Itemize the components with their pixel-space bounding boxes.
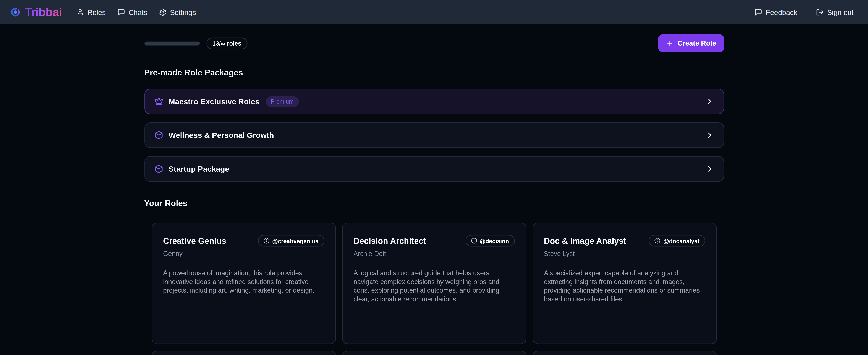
role-card-partial[interactable]	[342, 351, 526, 355]
roles-count-badge: 13/∞ roles	[206, 37, 247, 49]
role-card[interactable]: Doc & Image Analyst @docanalyst Steve Ly…	[532, 223, 717, 344]
logout-icon	[816, 8, 824, 16]
top-nav-right: Feedback Sign out	[755, 8, 854, 16]
nav-item-settings[interactable]: Settings	[159, 8, 196, 16]
role-title: Decision Architect	[353, 236, 426, 245]
top-nav-left: Tribbai Roles Chats Settings	[10, 6, 196, 19]
info-icon	[264, 238, 270, 244]
package-title: Wellness & Personal Growth	[168, 131, 274, 140]
tribbai-logo-icon	[10, 7, 21, 17]
package-title: Maestro Exclusive Roles	[168, 97, 259, 106]
role-card-partial[interactable]	[151, 351, 336, 355]
role-card[interactable]: Decision Architect @decision Archie Doit…	[342, 223, 526, 344]
role-card-header: Decision Architect @decision	[353, 235, 515, 247]
package-row[interactable]: Startup Package	[144, 156, 724, 182]
role-title: Doc & Image Analyst	[544, 236, 626, 245]
premium-badge: Premium	[266, 96, 299, 107]
feedback-button[interactable]: Feedback	[755, 8, 797, 16]
package-icon	[154, 165, 163, 173]
info-icon	[654, 238, 660, 244]
app: Tribbai Roles Chats Settings	[0, 0, 868, 355]
role-handle-badge[interactable]: @creativegenius	[258, 235, 324, 247]
role-description: A logical and structured guide that help…	[353, 269, 515, 304]
role-subtitle: Archie Doit	[353, 250, 515, 258]
role-cards-grid: Creative Genius @creativegenius Genny A …	[144, 223, 724, 344]
chat-bubble-icon	[117, 8, 125, 16]
gear-icon	[159, 8, 167, 16]
nav-item-label: Feedback	[766, 8, 797, 16]
role-subtitle: Steve Lyst	[544, 250, 705, 258]
roles-progress-bar	[144, 41, 200, 45]
role-subtitle: Genny	[163, 250, 324, 258]
role-handle: @creativegenius	[272, 237, 318, 244]
sign-out-button[interactable]: Sign out	[816, 8, 854, 16]
role-card-header: Creative Genius @creativegenius	[163, 235, 324, 247]
primary-nav: Roles Chats Settings	[76, 8, 196, 16]
premade-packages-heading: Pre-made Role Packages	[144, 68, 724, 78]
role-card-header: Doc & Image Analyst @docanalyst	[544, 235, 705, 247]
your-roles-heading: Your Roles	[144, 198, 724, 208]
plus-icon	[666, 39, 674, 47]
info-icon	[471, 238, 477, 244]
nav-item-label: Sign out	[827, 8, 854, 16]
roles-toolbar: 13/∞ roles Create Role	[144, 34, 724, 52]
role-handle: @docanalyst	[663, 237, 699, 244]
role-handle-badge[interactable]: @docanalyst	[649, 235, 705, 247]
user-icon	[76, 8, 84, 16]
chat-bubble-icon	[755, 8, 763, 16]
role-cards-grid-next-row	[144, 351, 724, 355]
package-row[interactable]: Maestro Exclusive Roles Premium	[144, 89, 724, 114]
package-row[interactable]: Wellness & Personal Growth	[144, 122, 724, 148]
chevron-right-icon	[705, 165, 714, 173]
package-title: Startup Package	[168, 165, 229, 173]
chevron-right-icon	[705, 97, 714, 106]
nav-item-roles[interactable]: Roles	[76, 8, 106, 16]
top-nav: Tribbai Roles Chats Settings	[0, 0, 868, 24]
roles-usage: 13/∞ roles	[144, 37, 248, 49]
role-card[interactable]: Creative Genius @creativegenius Genny A …	[151, 223, 336, 344]
nav-item-label: Chats	[128, 8, 147, 16]
role-handle-badge[interactable]: @decision	[465, 235, 515, 247]
main-content: 13/∞ roles Create Role Pre-made Role Pac…	[144, 34, 724, 355]
brand[interactable]: Tribbai	[10, 6, 62, 19]
role-card-partial[interactable]	[532, 351, 717, 355]
create-role-button[interactable]: Create Role	[658, 34, 724, 52]
brand-name: Tribbai	[25, 6, 62, 19]
role-title: Creative Genius	[163, 236, 226, 245]
role-handle: @decision	[480, 237, 509, 244]
crown-icon	[154, 97, 163, 106]
nav-item-label: Settings	[170, 8, 196, 16]
nav-item-label: Roles	[87, 8, 106, 16]
nav-item-chats[interactable]: Chats	[117, 8, 147, 16]
package-icon	[154, 131, 163, 140]
create-role-label: Create Role	[678, 39, 716, 47]
role-description: A powerhouse of imagination, this role p…	[163, 269, 324, 295]
roles-count-label: 13/∞ roles	[212, 40, 241, 47]
chevron-right-icon	[705, 131, 714, 140]
role-description: A specialized expert capable of analyzin…	[544, 269, 705, 304]
package-list: Maestro Exclusive Roles Premium Wellness…	[144, 89, 724, 182]
